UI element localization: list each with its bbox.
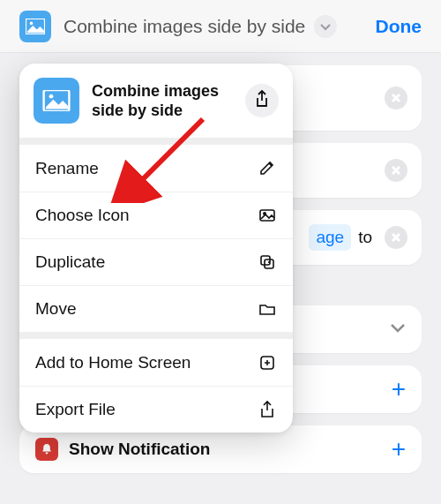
shortcut-app-icon <box>19 11 51 42</box>
variable-token[interactable]: age <box>309 224 351 251</box>
menu-item-label: Rename <box>35 159 99 178</box>
close-icon <box>392 162 400 178</box>
add-square-icon <box>258 353 277 372</box>
plus-icon: + <box>392 437 406 462</box>
menu-header: Combine images side by side <box>19 64 293 145</box>
plus-icon: + <box>392 377 406 402</box>
menu-item-label: Choose Icon <box>35 206 130 225</box>
export-icon <box>258 400 277 419</box>
pencil-icon <box>258 159 277 178</box>
remove-action-button[interactable] <box>385 226 407 249</box>
menu-item-label: Add to Home Screen <box>35 353 191 372</box>
title-bar: Combine images side by side Done <box>0 0 441 53</box>
duplicate-icon <box>258 252 277 272</box>
done-button[interactable]: Done <box>376 16 422 37</box>
share-icon <box>255 90 269 111</box>
action-text: to <box>358 228 372 247</box>
menu-item-label: Export File <box>35 400 116 419</box>
image-icon <box>258 206 277 225</box>
share-button[interactable] <box>245 84 279 117</box>
close-icon <box>392 90 400 106</box>
menu-item-add-to-home[interactable]: Add to Home Screen <box>19 339 293 386</box>
shortcut-icon <box>34 78 79 124</box>
svg-point-4 <box>49 94 54 99</box>
remove-action-button[interactable] <box>385 87 407 109</box>
menu-title: Combine images side by side <box>92 81 245 121</box>
page-title: Combine images side by side <box>64 16 305 37</box>
bell-icon <box>35 438 58 461</box>
menu-item-choose-icon[interactable]: Choose Icon <box>19 192 293 238</box>
menu-item-export-file[interactable]: Export File <box>19 386 293 433</box>
remove-action-button[interactable] <box>385 159 407 182</box>
close-icon <box>392 229 400 245</box>
menu-item-label: Move <box>35 299 76 319</box>
menu-item-rename[interactable]: Rename <box>19 145 293 192</box>
folder-icon <box>258 299 277 319</box>
svg-point-2 <box>30 21 34 25</box>
chevron-down-icon <box>320 19 331 34</box>
menu-item-label: Duplicate <box>35 252 105 272</box>
show-notification-action[interactable]: Show Notification + <box>19 425 422 473</box>
menu-item-duplicate[interactable]: Duplicate <box>19 238 293 285</box>
menu-item-move[interactable]: Move <box>19 285 293 332</box>
show-notification-label: Show Notification <box>69 440 210 459</box>
title-chevron-button[interactable] <box>314 15 337 38</box>
chevron-down-icon <box>390 321 406 337</box>
shortcut-options-menu: Combine images side by side Rename Choos… <box>19 64 293 433</box>
